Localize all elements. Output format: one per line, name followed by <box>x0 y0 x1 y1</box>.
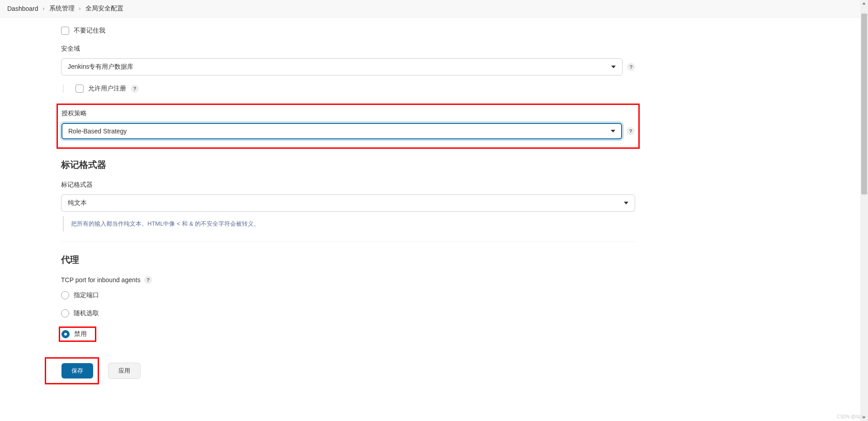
chevron-down-icon <box>611 130 615 132</box>
allow-signup-label: 允许用户注册 <box>88 85 126 93</box>
highlight-save: 保存 <box>45 357 99 384</box>
radio-fixed-label: 指定端口 <box>74 291 99 299</box>
security-realm-value: Jenkins专有用户数据库 <box>68 63 133 71</box>
radio-fixed-row[interactable]: 指定端口 <box>61 290 635 300</box>
authorization-select[interactable]: Role-Based Strategy <box>61 123 622 139</box>
remember-me-label: 不要记住我 <box>74 27 105 35</box>
scroll-up-icon[interactable] <box>862 2 866 5</box>
remember-me-row: 不要记住我 <box>61 27 635 35</box>
scrollbar-thumb[interactable] <box>861 14 867 194</box>
breadcrumb: Dashboard › 系统管理 › 全局安全配置 <box>0 0 868 18</box>
chevron-down-icon <box>624 202 628 204</box>
chevron-right-icon: › <box>79 5 81 12</box>
save-button[interactable]: 保存 <box>61 363 93 378</box>
radio-random-label: 随机选取 <box>74 309 99 317</box>
authorization-value: Role-Based Strategy <box>68 128 127 135</box>
breadcrumb-security[interactable]: 全局安全配置 <box>85 5 123 13</box>
security-realm-label: 安全域 <box>61 45 635 53</box>
remember-me-checkbox[interactable] <box>61 27 69 35</box>
highlight-authorization: 授权策略 Role-Based Strategy ? <box>57 104 640 149</box>
section-divider <box>61 241 635 242</box>
markup-section-title: 标记格式器 <box>61 159 635 171</box>
breadcrumb-dashboard[interactable]: Dashboard <box>7 5 38 12</box>
radio-random[interactable] <box>61 309 69 317</box>
markup-formatter-value: 纯文本 <box>68 199 87 207</box>
markup-formatter-label: 标记格式器 <box>61 181 635 189</box>
agent-section-title: 代理 <box>61 254 635 266</box>
markup-formatter-select[interactable]: 纯文本 <box>61 194 635 212</box>
help-icon[interactable]: ? <box>131 85 139 93</box>
radio-disable-row[interactable]: 禁用 <box>61 329 87 339</box>
radio-disable-label: 禁用 <box>74 330 87 338</box>
chevron-down-icon <box>611 66 616 68</box>
highlight-disable: 禁用 <box>59 326 96 342</box>
allow-signup-checkbox[interactable] <box>75 85 84 93</box>
help-icon[interactable]: ? <box>144 276 152 284</box>
markup-help-text: 把所有的输入都当作纯文本。HTML中像 < 和 & 的不安全字符会被转义。 <box>63 216 635 232</box>
help-icon[interactable]: ? <box>627 127 635 135</box>
authorization-label: 授权策略 <box>61 109 635 118</box>
radio-random-row[interactable]: 随机选取 <box>61 308 635 318</box>
help-icon[interactable]: ? <box>627 63 635 71</box>
vertical-scrollbar[interactable] <box>860 0 868 402</box>
chevron-right-icon: › <box>43 5 45 12</box>
apply-button[interactable]: 应用 <box>108 363 141 379</box>
breadcrumb-system[interactable]: 系统管理 <box>49 5 75 13</box>
tcp-port-label: TCP port for inbound agents <box>61 276 141 284</box>
security-realm-select[interactable]: Jenkins专有用户数据库 <box>61 58 623 76</box>
radio-fixed[interactable] <box>61 291 69 299</box>
radio-disable[interactable] <box>61 330 70 338</box>
